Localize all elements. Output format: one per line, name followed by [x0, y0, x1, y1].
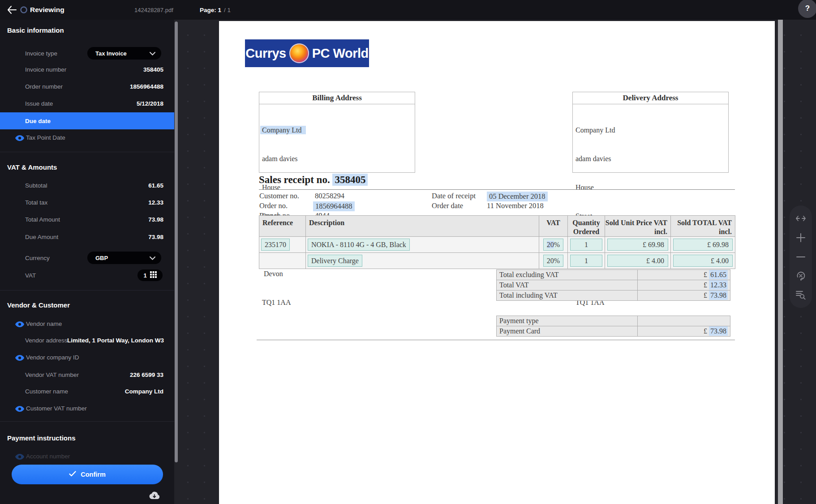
col-reference: Reference — [259, 216, 306, 237]
chevron-down-icon — [150, 254, 155, 262]
col-vat: VAT — [539, 216, 568, 237]
reference-annotation[interactable]: 235170 — [261, 239, 290, 251]
description-annotation[interactable]: Delivery Charge — [308, 255, 362, 267]
receipt-number[interactable]: 358405 — [332, 174, 368, 186]
document-scrollbar[interactable] — [778, 20, 783, 504]
field-issue-date[interactable]: Issue date 5/12/2018 — [0, 95, 174, 112]
sales-receipt-heading: Sales receipt no. 358405 — [259, 174, 368, 186]
divider — [0, 152, 174, 152]
delivery-address-box: Delivery Address Company Ltd adam davies… — [572, 92, 729, 173]
page-current: Page: 1 — [200, 7, 221, 13]
field-total-amount[interactable]: Total Amount 73.98 — [0, 211, 174, 228]
delivery-address-title: Delivery Address — [573, 92, 728, 104]
field-total-tax[interactable]: Total tax 12.33 — [0, 194, 174, 211]
logo-text-pcworld: PC World — [312, 46, 369, 61]
page-indicator: Page: 1/ 1 — [200, 7, 231, 13]
field-vendor-address[interactable]: Vendor address Limited, 1 Portal Way, Lo… — [0, 332, 174, 349]
invoice-type-dropdown[interactable]: Tax Invoice — [87, 47, 161, 60]
logo-globe-icon — [289, 43, 309, 63]
total-row: Total VAT £ 12.33 — [497, 280, 730, 290]
search-lines-icon[interactable] — [796, 290, 806, 300]
divider — [0, 421, 174, 422]
confirm-button[interactable]: Confirm — [12, 465, 163, 484]
rotate-page-icon[interactable] — [796, 271, 806, 281]
eye-icon — [15, 406, 24, 414]
payment-card-value[interactable]: 73.98 — [709, 326, 728, 336]
field-vendor-vat-number[interactable]: Vendor VAT number 226 6599 33 — [0, 366, 174, 383]
currency-dropdown[interactable]: GBP — [87, 252, 161, 264]
address-line: Devon — [260, 269, 414, 278]
vat-annotation[interactable]: 20% — [543, 239, 563, 251]
item-row: Delivery Charge 20% 1 £ 4.00 £ 4.00 — [259, 253, 735, 269]
total-vat-value[interactable]: 12.33 — [709, 280, 728, 290]
field-invoice-number[interactable]: Invoice number 358405 — [0, 61, 174, 78]
viewer-toolbar — [790, 205, 812, 308]
address-line: TQ1 1AA — [260, 298, 414, 307]
field-currency[interactable]: Currency GBP — [0, 249, 174, 266]
field-vendor-company-id[interactable]: Vendor company ID — [0, 349, 174, 366]
total-row: Total including VAT £ 73.98 — [497, 290, 730, 301]
address-line: House — [574, 183, 727, 192]
payment-table: Payment type Payment Card £ 73.98 — [496, 316, 730, 337]
currys-pcworld-logo: Currys PC World — [245, 39, 369, 67]
field-customer-vat-number[interactable]: Customer VAT number — [0, 400, 174, 417]
date-of-receipt[interactable]: 05 December 2018 — [487, 192, 548, 201]
address-line: Company Ltd — [574, 125, 727, 135]
payment-row: Payment type — [497, 316, 730, 326]
eye-icon — [15, 135, 24, 143]
totals-table: Total excluding VAT £ 61.65 Total VAT £ … — [496, 269, 730, 301]
line-total-annotation[interactable]: £ 69.98 — [673, 239, 733, 251]
back-arrow-icon[interactable] — [7, 5, 17, 14]
field-order-number[interactable]: Order number 1856964488 — [0, 78, 174, 95]
field-customer-name[interactable]: Customer name Company Ltd — [0, 383, 174, 400]
zoom-out-icon[interactable] — [796, 252, 806, 262]
field-vendor-name[interactable]: Vendor name — [0, 315, 174, 332]
order-number-value[interactable]: 1856964488 — [313, 201, 355, 211]
top-bar: Reviewing 142428287.pdf Page: 1/ 1 ? — [0, 0, 816, 20]
description-annotation[interactable]: NOKIA - 8110 4G - 4 GB, Black — [308, 239, 410, 251]
sidebar-scrollbar[interactable] — [175, 21, 178, 462]
zoom-in-icon[interactable] — [796, 233, 806, 243]
quantity-annotation[interactable]: 1 — [570, 239, 602, 251]
field-tax-point-date[interactable]: Tax Point Date — [0, 129, 174, 146]
pdf-page: Currys PC World Billing Address Company … — [219, 21, 775, 504]
section-vendor-customer: Vendor & Customer — [7, 301, 70, 309]
divider — [259, 189, 735, 190]
payment-row: Payment Card £ 73.98 — [497, 326, 730, 337]
detail-row-customer: Customer no. 80258294 Date of receipt 05… — [219, 192, 775, 201]
line-items-table: Reference Description VAT Quantity Order… — [259, 215, 735, 269]
fit-width-icon[interactable] — [796, 214, 806, 223]
order-date: 11 November 2018 — [487, 201, 544, 210]
field-invoice-type[interactable]: Invoice type Tax Invoice — [0, 45, 174, 62]
eye-icon — [15, 321, 24, 329]
help-button[interactable]: ? — [798, 0, 816, 18]
field-due-amount[interactable]: Due Amount 73.98 — [0, 228, 174, 245]
address-line: adam davies — [574, 154, 727, 163]
field-vat[interactable]: VAT 1 — [0, 267, 174, 284]
page-title: Reviewing — [30, 6, 64, 14]
eye-icon — [15, 355, 24, 363]
field-due-date-selected[interactable]: Due date — [0, 112, 174, 129]
field-account-number[interactable]: Account number — [0, 448, 174, 465]
page-total: / 1 — [224, 7, 231, 13]
col-quantity: Quantity Ordered — [568, 216, 605, 237]
address-line: adam davies — [260, 154, 414, 163]
billing-address-box: Billing Address Company Ltd adam davies … — [259, 92, 415, 173]
total-excl-vat-value[interactable]: 61.65 — [709, 270, 728, 279]
total-incl-vat-value[interactable]: 73.98 — [709, 290, 728, 300]
unit-price-annotation[interactable]: £ 4.00 — [607, 255, 668, 267]
col-description: Description — [306, 216, 539, 237]
vat-table-button[interactable]: 1 — [137, 269, 163, 281]
document-filename: 142428287.pdf — [134, 7, 173, 13]
field-subtotal[interactable]: Subtotal 61.65 — [0, 177, 174, 194]
section-payment-instructions: Payment instructions — [7, 434, 76, 442]
unit-price-annotation[interactable]: £ 69.98 — [607, 239, 668, 251]
col-unit-price: Sold Unit Price VAT incl. — [605, 216, 671, 237]
chevron-down-icon — [150, 49, 155, 57]
col-total: Sold TOTAL VAT incl. — [671, 216, 735, 237]
quantity-annotation[interactable]: 1 — [570, 255, 602, 267]
cloud-download-icon[interactable] — [148, 491, 160, 502]
vat-annotation[interactable]: 20% — [543, 255, 563, 267]
line-total-annotation[interactable]: £ 4.00 — [673, 255, 733, 267]
address-line[interactable]: Company Ltd — [260, 126, 306, 134]
